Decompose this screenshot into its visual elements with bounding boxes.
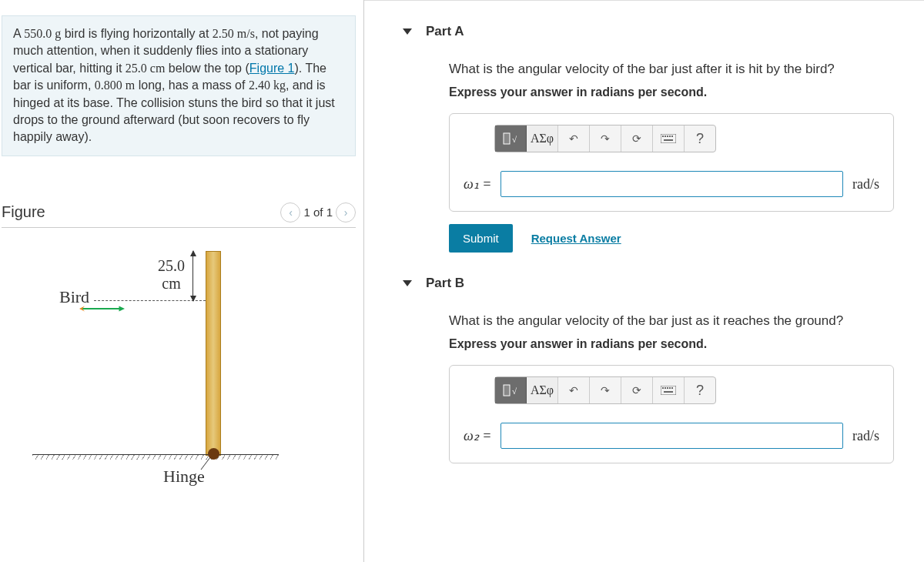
help-button[interactable]: ? (685, 377, 715, 403)
redo-button[interactable]: ↷ (590, 125, 621, 152)
undo-button[interactable]: ↶ (558, 125, 590, 152)
part-a-unit: rad/s (852, 176, 879, 192)
figure-prev-button[interactable]: ‹ (280, 202, 300, 222)
figure-link[interactable]: Figure 1 (249, 62, 295, 75)
redo-button[interactable]: ↷ (590, 377, 621, 403)
svg-text:√: √ (512, 386, 517, 396)
equation-toolbar-b: √ ΑΣφ ↶ ↷ ⟳ ? (494, 376, 716, 404)
equation-toolbar-a: √ ΑΣφ ↶ ↷ ⟳ ? (494, 125, 716, 152)
part-b-instruction: Express your answer in radians per secon… (449, 337, 909, 351)
svg-rect-4 (504, 133, 510, 144)
part-b-variable: ω₂ = (464, 427, 491, 444)
svg-rect-15 (661, 386, 676, 395)
reset-button[interactable]: ⟳ (621, 125, 653, 152)
svg-rect-21 (664, 391, 673, 393)
submit-button-a[interactable]: Submit (449, 224, 513, 253)
svg-rect-8 (665, 135, 666, 137)
svg-text:√: √ (512, 135, 517, 144)
help-button[interactable]: ? (685, 125, 715, 152)
templates-button[interactable]: √ (495, 377, 527, 403)
svg-line-3 (201, 457, 210, 470)
part-a-question: What is the angular velocity of the bar … (449, 59, 909, 79)
part-a-answer-input[interactable] (500, 171, 843, 197)
part-a-collapse-icon[interactable] (403, 28, 412, 35)
svg-rect-6 (661, 134, 676, 143)
part-a-instruction: Express your answer in radians per secon… (449, 85, 909, 99)
svg-rect-19 (669, 387, 671, 389)
figure-page-indicator: 1 of 1 (303, 206, 333, 219)
keyboard-button[interactable] (653, 125, 685, 152)
part-b-answer-input[interactable] (500, 423, 843, 449)
svg-rect-20 (671, 387, 673, 389)
svg-rect-17 (665, 387, 666, 389)
svg-rect-13 (504, 385, 510, 396)
part-b-collapse-icon[interactable] (403, 280, 412, 286)
part-a-variable: ω₁ = (464, 176, 491, 192)
undo-button[interactable]: ↶ (558, 377, 590, 403)
svg-rect-16 (662, 387, 664, 389)
figure-diagram: 25.0 cm Bird Hinge (32, 243, 279, 490)
part-b-unit: rad/s (852, 428, 879, 444)
part-a-title: Part A (426, 24, 464, 39)
reset-button[interactable]: ⟳ (621, 377, 653, 403)
svg-rect-7 (662, 135, 664, 137)
request-answer-a[interactable]: Request Answer (531, 232, 621, 245)
greek-button[interactable]: ΑΣφ (527, 377, 558, 403)
problem-statement: A 550.0 g bird is flying horizontally at… (2, 15, 356, 156)
svg-rect-11 (671, 135, 673, 137)
figure-next-button[interactable]: › (336, 202, 356, 222)
svg-rect-18 (667, 387, 668, 389)
templates-button[interactable]: √ (495, 125, 527, 152)
svg-rect-12 (664, 139, 673, 141)
svg-rect-9 (667, 135, 668, 137)
svg-rect-10 (669, 135, 671, 137)
greek-button[interactable]: ΑΣφ (527, 125, 558, 152)
keyboard-button[interactable] (653, 377, 685, 403)
part-b-title: Part B (426, 276, 464, 291)
part-b-question: What is the angular velocity of the bar … (449, 310, 909, 331)
figure-title: Figure (2, 203, 45, 221)
svg-marker-1 (119, 306, 126, 311)
